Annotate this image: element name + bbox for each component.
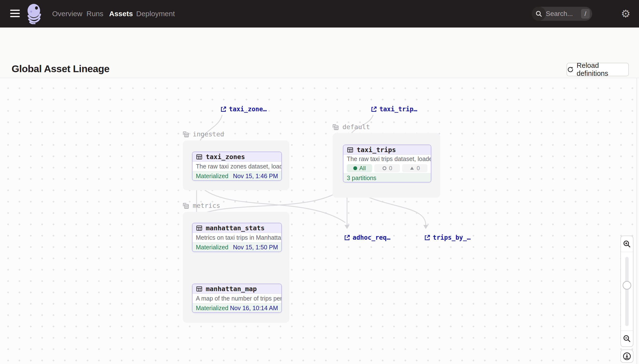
page-header: Global Asset Lineage Reload definitions …	[0, 28, 639, 78]
asset-status-footer: 3 partitions	[343, 173, 431, 182]
external-asset-link-trips-by[interactable]: trips_by_…	[424, 234, 471, 241]
asset-status-footer: Materialized Nov 15, 1:50 PM	[193, 242, 281, 252]
search-shortcut-badge: /	[581, 9, 590, 18]
ring-icon	[382, 166, 387, 171]
external-link-icon	[370, 106, 377, 112]
zoom-slider-thumb[interactable]	[622, 281, 631, 290]
asset-node-header: taxi_trips	[343, 145, 431, 155]
external-asset-label: taxi_trip…	[379, 106, 417, 113]
nav-item-assets[interactable]: Assets	[109, 0, 133, 28]
table-icon	[196, 225, 203, 232]
group-name: metrics	[193, 202, 220, 209]
external-link-icon	[344, 234, 350, 241]
reload-definitions-label: Reload definitions	[577, 62, 628, 78]
canvas-right-divider	[636, 78, 637, 364]
asset-node-header: manhattan_map	[193, 284, 281, 294]
asset-status-footer: Materialized Nov 16, 10:14 AM	[193, 303, 281, 313]
group-label-metrics[interactable]: metrics	[182, 202, 220, 209]
status-badge: Materialized	[196, 244, 228, 251]
external-asset-label: adhoc_req…	[353, 234, 390, 241]
gear-icon[interactable]: ⚙	[620, 8, 632, 20]
success-dot-icon	[353, 166, 357, 170]
asset-description: A map of the number of trips per taxi z.…	[193, 294, 281, 303]
top-navbar: Overview Runs Assets Deployment / ⚙	[0, 0, 639, 28]
asset-node-header: taxi_zones	[193, 152, 281, 162]
partitions-all-badge[interactable]: All	[347, 164, 372, 172]
status-badge: Materialized	[196, 304, 228, 312]
triangle-icon	[410, 166, 414, 171]
zoom-slider-track[interactable]	[625, 257, 628, 326]
asset-title: manhattan_map	[206, 285, 257, 292]
search-icon	[532, 7, 546, 21]
zoom-in-icon	[623, 240, 631, 248]
partitions-all-label: All	[359, 165, 366, 172]
lineage-canvas[interactable]: ingested default metrics	[0, 78, 639, 364]
asset-node-manhattan-stats[interactable]: manhattan_stats Metrics on taxi trips in…	[192, 223, 282, 252]
asset-description: The raw taxi trips dataset, loaded into …	[343, 155, 431, 163]
asset-group-icon	[182, 130, 189, 138]
partitions-missing-badge[interactable]: 0	[374, 164, 400, 172]
external-link-icon	[424, 234, 430, 241]
asset-title: taxi_zones	[206, 153, 245, 160]
external-link-icon	[220, 106, 227, 112]
hamburger-menu-icon[interactable]	[10, 10, 20, 18]
asset-node-taxi-trips[interactable]: taxi_trips The raw taxi trips dataset, l…	[343, 144, 431, 182]
download-icon	[622, 352, 631, 360]
materialization-timestamp[interactable]: Nov 15, 1:46 PM	[233, 172, 278, 180]
status-badge: Materialized	[196, 172, 228, 180]
asset-description: The raw taxi zones dataset, loaded int..…	[193, 162, 281, 171]
nav-item-runs[interactable]: Runs	[87, 0, 103, 28]
zoom-out-button[interactable]	[621, 330, 633, 346]
partition-count-label[interactable]: 3 partitions	[347, 174, 376, 182]
group-label-default[interactable]: default	[332, 123, 370, 130]
asset-title: taxi_trips	[357, 146, 396, 154]
partitions-failed-badge[interactable]: 0	[402, 164, 427, 172]
external-asset-link-taxi-trips-file[interactable]: taxi_trip…	[370, 106, 417, 113]
table-icon	[347, 146, 354, 153]
table-icon	[196, 154, 203, 160]
asset-description: Metrics on taxi trips in Manhattan	[193, 233, 281, 242]
zoom-slider[interactable]	[621, 252, 633, 331]
materialization-timestamp[interactable]: Nov 15, 1:50 PM	[233, 244, 278, 251]
download-image-button[interactable]	[620, 350, 633, 363]
zoom-control-panel	[620, 236, 633, 347]
asset-title: manhattan_stats	[206, 224, 265, 232]
table-icon	[196, 286, 203, 292]
asset-group-icon	[332, 123, 339, 130]
dagster-logo	[26, 4, 44, 24]
asset-node-manhattan-map[interactable]: manhattan_map A map of the number of tri…	[192, 284, 282, 313]
partition-health-row: All 0 0	[343, 163, 431, 173]
group-label-ingested[interactable]: ingested	[182, 130, 224, 138]
external-asset-label: trips_by_…	[433, 234, 471, 241]
asset-node-header: manhattan_stats	[193, 223, 281, 233]
group-name: default	[342, 123, 370, 130]
zoom-out-icon	[623, 334, 631, 343]
asset-status-footer: Materialized Nov 15, 1:46 PM	[193, 171, 281, 181]
asset-group-icon	[182, 202, 189, 209]
external-asset-label: taxi_zone…	[229, 106, 267, 113]
external-asset-link-taxi-zones-file[interactable]: taxi_zone…	[220, 106, 267, 113]
search-input[interactable]	[546, 10, 581, 18]
external-asset-link-adhoc-request[interactable]: adhoc_req…	[344, 234, 390, 241]
global-search[interactable]: /	[532, 7, 592, 21]
asset-node-taxi-zones[interactable]: taxi_zones The raw taxi zones dataset, l…	[192, 152, 282, 181]
lineage-edges	[0, 78, 639, 364]
partitions-missing-count: 0	[389, 165, 392, 172]
partitions-failed-count: 0	[417, 165, 420, 172]
reload-icon	[567, 66, 574, 73]
group-name: ingested	[193, 130, 224, 138]
zoom-in-button[interactable]	[621, 236, 633, 252]
page-title: Global Asset Lineage	[12, 63, 109, 74]
nav-item-deployment[interactable]: Deployment	[136, 0, 175, 28]
materialization-timestamp[interactable]: Nov 16, 10:14 AM	[230, 304, 278, 312]
reload-definitions-button[interactable]: Reload definitions	[566, 63, 629, 76]
nav-item-overview[interactable]: Overview	[52, 0, 82, 28]
